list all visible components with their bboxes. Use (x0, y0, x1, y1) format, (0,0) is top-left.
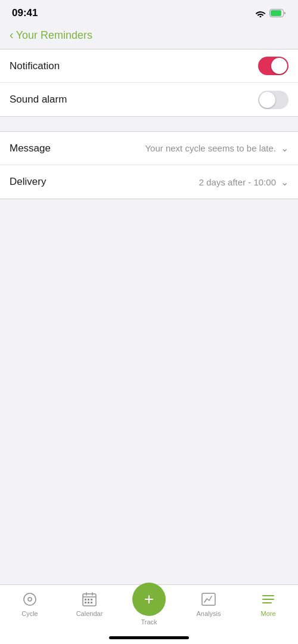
tab-track[interactable]: + Track (119, 591, 179, 626)
svg-rect-9 (88, 599, 89, 600)
track-plus-icon: + (144, 591, 154, 608)
sound-alarm-toggle[interactable] (258, 91, 288, 109)
tab-analysis-label: Analysis (197, 610, 221, 617)
tab-cycle-label: Cycle (21, 610, 38, 617)
track-button[interactable]: + (132, 583, 166, 616)
delivery-chevron-icon: ⌄ (281, 177, 288, 188)
delivery-value: 2 days after - 10:00 (199, 177, 276, 187)
svg-rect-11 (85, 602, 86, 603)
back-chevron-icon: ‹ (10, 28, 14, 42)
notification-row: Notification (0, 49, 298, 83)
svg-point-2 (24, 593, 36, 605)
message-right: Your next cycle seems to be late. ⌄ (145, 143, 288, 154)
svg-rect-13 (91, 602, 92, 603)
delivery-row[interactable]: Delivery 2 days after - 10:00 ⌄ (0, 165, 298, 199)
svg-rect-10 (91, 599, 92, 600)
status-icons (255, 9, 286, 17)
status-bar: 09:41 (0, 0, 298, 24)
back-nav: ‹ Your Reminders (0, 24, 298, 49)
notification-toggle[interactable] (258, 57, 288, 75)
message-value: Your next cycle seems to be late. (145, 143, 276, 153)
calendar-icon (81, 591, 98, 608)
home-indicator (109, 636, 189, 639)
message-chevron-icon: ⌄ (281, 143, 288, 154)
notification-label: Notification (10, 60, 60, 72)
cycle-icon (21, 591, 38, 608)
back-button[interactable]: ‹ Your Reminders (10, 29, 288, 42)
sound-alarm-row: Sound alarm (0, 83, 298, 116)
back-label: Your Reminders (16, 29, 92, 42)
delivery-label: Delivery (10, 176, 46, 188)
settings-section: Notification Sound alarm (0, 49, 298, 116)
message-label: Message (10, 143, 51, 154)
tab-bar: Cycle Calendar + Track (0, 584, 298, 644)
sound-alarm-label: Sound alarm (10, 94, 67, 106)
tab-more[interactable]: More (238, 591, 298, 617)
sound-alarm-toggle-thumb (259, 92, 275, 108)
more-icon (260, 591, 277, 608)
svg-rect-8 (85, 599, 86, 600)
tab-calendar-label: Calendar (76, 610, 103, 617)
tab-track-label: Track (141, 618, 157, 626)
notification-toggle-thumb (271, 58, 287, 74)
status-time: 09:41 (12, 7, 38, 19)
message-delivery-section: Message Your next cycle seems to be late… (0, 132, 298, 199)
svg-point-3 (28, 597, 32, 601)
tab-cycle[interactable]: Cycle (0, 591, 60, 617)
battery-icon (269, 9, 286, 17)
wifi-icon (255, 9, 266, 17)
bottom-divider (0, 199, 298, 199)
tab-analysis[interactable]: Analysis (179, 591, 238, 617)
tab-more-label: More (260, 610, 275, 617)
svg-rect-14 (202, 593, 215, 605)
svg-rect-12 (88, 602, 89, 603)
tab-calendar[interactable]: Calendar (60, 591, 119, 617)
analysis-icon (200, 591, 217, 608)
svg-rect-1 (271, 10, 281, 16)
message-row[interactable]: Message Your next cycle seems to be late… (0, 132, 298, 165)
delivery-right: 2 days after - 10:00 ⌄ (199, 177, 288, 188)
section-gap-1 (0, 117, 298, 131)
